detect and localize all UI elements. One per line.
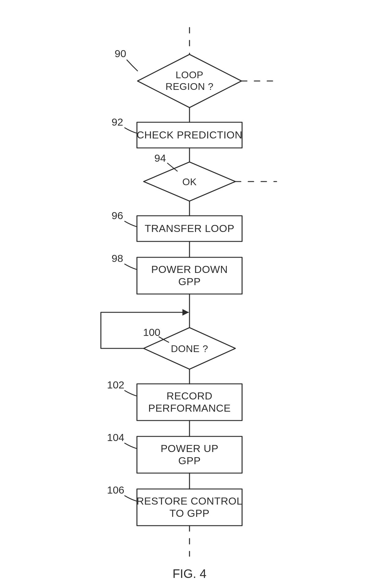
svg-text:98: 98 [112, 252, 123, 264]
node-106-label-line1: RESTORE CONTROL [137, 495, 243, 507]
ref-98: 98 [112, 252, 137, 270]
flowchart-figure: LOOP REGION ? 90 CHECK PREDICTION 92 94 … [0, 0, 379, 588]
node-98-label-line2: GPP [178, 276, 201, 287]
node-98-label-line1: POWER DOWN [151, 263, 228, 275]
node-96-label: TRANSFER LOOP [145, 222, 234, 234]
svg-text:96: 96 [112, 210, 123, 221]
node-90-label-line1: LOOP [176, 69, 204, 80]
node-94-label: OK [182, 176, 197, 187]
node-92-label: CHECK PREDICTION [137, 129, 242, 141]
node-90: LOOP REGION ? [138, 54, 241, 108]
ref-106: 106 [107, 484, 137, 501]
node-104: POWER UP GPP [137, 436, 242, 473]
node-102-label-line1: RECORD [167, 390, 212, 402]
ref-100: 100 [143, 326, 169, 342]
ref-90: 90 [115, 48, 138, 71]
svg-text:90: 90 [115, 48, 126, 59]
ref-92: 92 [112, 116, 137, 133]
svg-text:100: 100 [143, 326, 160, 338]
svg-text:104: 104 [107, 432, 124, 443]
svg-text:106: 106 [107, 484, 124, 496]
node-102: RECORD PERFORMANCE [137, 384, 242, 421]
node-102-label-line2: PERFORMANCE [148, 402, 231, 414]
ref-96: 96 [112, 210, 137, 227]
node-98: POWER DOWN GPP [137, 257, 242, 294]
svg-text:94: 94 [154, 152, 166, 164]
ref-104: 104 [107, 432, 137, 449]
node-100-label: DONE ? [171, 343, 208, 354]
ref-102: 102 [107, 379, 137, 396]
svg-text:92: 92 [112, 116, 123, 128]
node-96: TRANSFER LOOP [137, 216, 242, 241]
node-104-label-line2: GPP [178, 455, 201, 466]
node-106: RESTORE CONTROL TO GPP [137, 489, 243, 526]
svg-text:102: 102 [107, 379, 124, 391]
node-90-label-line2: REGION ? [166, 81, 214, 92]
node-92: CHECK PREDICTION [137, 122, 242, 148]
figure-caption: FIG. 4 [172, 567, 206, 580]
node-94: OK [144, 162, 235, 201]
node-104-label-line1: POWER UP [160, 443, 218, 454]
node-106-label-line2: TO GPP [170, 507, 210, 519]
